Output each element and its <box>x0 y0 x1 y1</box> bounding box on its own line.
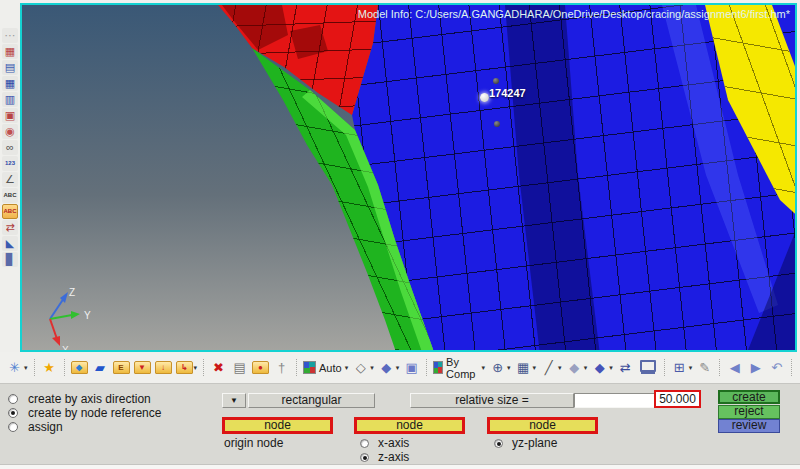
radio-z-axis-label: z-axis <box>378 450 409 464</box>
mesh-node-dot-upper[interactable] <box>493 78 499 84</box>
shrink-display-icon[interactable]: ◆▾ <box>590 358 614 378</box>
drag-handle-icon[interactable]: ⋯ <box>2 28 18 43</box>
favorites-star-icon[interactable]: ★ <box>40 358 59 378</box>
toolbar-separator <box>426 359 427 376</box>
view-undo-icon[interactable]: ↶ <box>767 358 786 378</box>
radio-x-axis[interactable] <box>360 439 369 448</box>
left-sidebar: ⋯▦▤▦▥▣◉∞123∠ABCABC⇄◣▊ <box>0 0 20 352</box>
open-model-icon[interactable]: ▰ <box>91 358 110 378</box>
settings-gear-icon[interactable]: ✳▾ <box>5 358 29 378</box>
status-strip <box>0 464 800 469</box>
save-model-icon[interactable]: ▼ <box>133 358 152 378</box>
selected-node-marker[interactable] <box>480 93 489 102</box>
graphics-viewport[interactable]: Model Info: C:/Users/A.GANGADHARA/OneDri… <box>20 3 797 352</box>
organize-icon[interactable]: ● <box>251 358 270 378</box>
triad-x-label: X <box>62 345 69 350</box>
fit-view-icon[interactable]: ⇄ <box>616 358 635 378</box>
radio-assign[interactable] <box>8 422 18 432</box>
model-browser-icon[interactable]: ▦ <box>2 76 18 91</box>
auto-color-mode-icon[interactable]: Auto▾ <box>302 358 349 378</box>
view-prev-icon[interactable]: ◀ <box>725 358 744 378</box>
delete-entity-icon[interactable]: ✖ <box>209 358 228 378</box>
banner-flag-icon[interactable]: ◣ <box>2 236 18 251</box>
radio-create-by-node-reference-label: create by node reference <box>28 406 161 420</box>
reject-button[interactable]: reject <box>718 405 780 419</box>
window-layout-icon[interactable]: ⊞▾ <box>670 358 694 378</box>
measure-tool-icon[interactable]: ∠ <box>2 172 18 187</box>
view-cube-icon[interactable]: ▣ <box>402 358 421 378</box>
radio-yz-plane-label: yz-plane <box>512 436 557 450</box>
shape-type-dropdown-button[interactable]: ▼ <box>222 393 246 408</box>
solver-browser-icon[interactable]: ▥ <box>2 92 18 107</box>
toolbar-separator <box>64 359 65 376</box>
find-binoculars-icon[interactable]: ∞ <box>2 140 18 155</box>
triad-y-label: Y <box>84 310 91 321</box>
shape-type-button[interactable]: rectangular <box>248 393 375 408</box>
plane-node-button[interactable]: node <box>487 417 598 434</box>
mesh-node-dot-lower[interactable] <box>494 121 500 127</box>
radio-assign-label: assign <box>28 420 63 434</box>
axis-node-button[interactable]: node <box>354 417 465 434</box>
command-panel: create by axis direction create by node … <box>0 384 800 464</box>
model-info-text: Model Info: C:/Users/A.GANGADHARA/OneDri… <box>358 8 790 20</box>
export-model-icon[interactable]: E <box>112 358 131 378</box>
origin-node-button[interactable]: node <box>222 417 333 434</box>
spherical-clip-icon[interactable]: ◉ <box>2 124 18 139</box>
view-next-icon[interactable]: ▶ <box>746 358 765 378</box>
viewport-background: Model Info: C:/Users/A.GANGADHARA/OneDri… <box>22 5 795 350</box>
radio-x-axis-label: x-axis <box>378 436 409 450</box>
material-jar-icon[interactable]: ▊ <box>2 252 18 267</box>
radio-create-by-axis-direction-label: create by axis direction <box>28 392 151 406</box>
create-button[interactable]: create <box>718 390 780 404</box>
radio-create-by-axis-direction[interactable] <box>8 394 18 404</box>
toolbar-separator <box>203 359 204 376</box>
radio-z-axis[interactable] <box>360 453 369 462</box>
bottom-toolbar: ✳▾★◆▰E▼↓↳▾✖▤●†Auto▾◇▾◆▾▣By Comp▾⊕▾▦▾╱▾◆▾… <box>0 352 800 384</box>
toolbar-separator <box>296 359 297 376</box>
import-model-icon[interactable]: ◆ <box>70 358 89 378</box>
mask-panel-icon[interactable]: ▤ <box>2 60 18 75</box>
label-active-icon[interactable]: ABC <box>2 204 18 219</box>
origin-node-caption: origin node <box>224 436 283 450</box>
transform-arrows-icon[interactable]: ⇄ <box>2 220 18 235</box>
color-swatch-icon <box>303 361 316 374</box>
triad-z-label: Z <box>69 287 75 298</box>
radio-yz-plane[interactable] <box>494 439 503 448</box>
color-by-comp-icon[interactable]: By Comp▾ <box>432 358 486 378</box>
wireframe-mode-icon[interactable]: ⊕▾ <box>488 358 512 378</box>
shaded-mode-icon[interactable]: ▦▾ <box>514 358 538 378</box>
label-grid-icon[interactable]: ABC <box>2 188 18 203</box>
relative-size-value[interactable]: 50.000 <box>654 390 701 408</box>
toolbar-separator <box>791 359 792 376</box>
monitor-glyph <box>640 360 656 372</box>
full-screen-icon[interactable] <box>637 358 659 378</box>
toolbar-separator <box>34 359 35 376</box>
edge-display-icon[interactable]: ╱▾ <box>539 358 563 378</box>
save-as-model-icon[interactable]: ↓ <box>154 358 173 378</box>
review-button[interactable]: review <box>718 419 780 433</box>
selector-filled-icon[interactable]: ◆▾ <box>377 358 401 378</box>
selected-node-id-label: 174247 <box>489 87 526 99</box>
relative-size-input[interactable] <box>574 393 656 408</box>
selector-outline-icon[interactable]: ◇▾ <box>351 358 375 378</box>
radio-create-by-node-reference[interactable] <box>8 408 18 418</box>
color-swatch-icon <box>433 361 443 374</box>
relative-size-label-button[interactable]: relative size = <box>410 393 574 408</box>
feature-display-icon[interactable]: ◆▾ <box>565 358 589 378</box>
preferences-wrench-icon[interactable]: ✎ <box>695 358 714 378</box>
toolbar-separator <box>664 359 665 376</box>
entity-sets-icon[interactable]: ▣ <box>2 108 18 123</box>
numbers-display-icon[interactable]: 123 <box>2 156 18 171</box>
toolbar-separator <box>719 359 720 376</box>
reorder-layers-icon[interactable]: ▤ <box>230 358 249 378</box>
walkthrough-icon[interactable]: † <box>272 358 291 378</box>
recent-files-icon[interactable]: ↳▾ <box>175 358 199 378</box>
panel-window-icon[interactable]: ▦ <box>2 44 18 59</box>
orientation-triad: Z Y X <box>24 283 114 350</box>
